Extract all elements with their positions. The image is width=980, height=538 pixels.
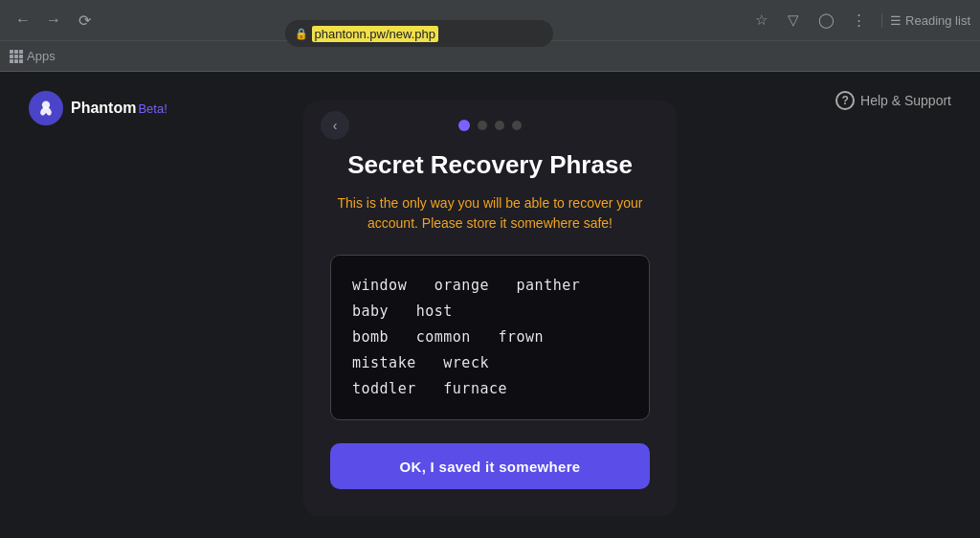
help-support-label: Help & Support	[860, 93, 951, 108]
menu-button[interactable]: ⋮	[845, 7, 872, 34]
phantom-logo-text: PhantomBeta!	[71, 100, 167, 117]
phantom-logo: PhantomBeta!	[29, 91, 167, 125]
apps-grid-icon	[10, 50, 23, 63]
phrase-text: window orange panther baby host bomb com…	[352, 273, 628, 402]
help-support-link[interactable]: ? Help & Support	[835, 91, 951, 110]
profile-button[interactable]: ◯	[813, 7, 839, 34]
lock-icon: 🔒	[295, 28, 308, 40]
toolbar-icons: ☆ ▽ ◯ ⋮ ☰ Reading list	[747, 7, 970, 34]
reading-list-label: Reading list	[905, 13, 970, 28]
step-dot-3	[495, 121, 504, 130]
recovery-phrase-card: ‹ Secret Recovery Phrase This is the onl…	[303, 101, 677, 516]
reading-list-button[interactable]: ☰ Reading list	[881, 13, 970, 28]
reading-list-icon: ☰	[890, 13, 902, 28]
step-dot-1	[458, 120, 470, 131]
address-bar[interactable]: 🔒 phantonn.pw/new.php	[285, 20, 553, 47]
apps-link[interactable]: Apps	[10, 49, 56, 63]
ok-saved-button[interactable]: OK, I saved it somewhere	[330, 443, 650, 489]
help-icon: ?	[835, 91, 855, 110]
url-text: phantonn.pw/new.php	[312, 26, 439, 42]
step-back-button[interactable]: ‹	[321, 111, 349, 140]
back-button[interactable]: ←	[10, 7, 36, 34]
browser-toolbar: ← → ⟳ 🔒 phantonn.pw/new.php ☆ ▽ ◯ ⋮ ☰ Re…	[0, 0, 980, 40]
nav-buttons: ← → ⟳	[10, 7, 98, 34]
page-content: PhantomBeta! ? Help & Support ‹ Secret R…	[0, 72, 980, 538]
forward-button[interactable]: →	[40, 7, 67, 34]
step-dot-2	[478, 121, 487, 130]
card-title: Secret Recovery Phrase	[330, 150, 650, 180]
phantom-icon	[29, 91, 63, 125]
step-navigation: ‹	[330, 120, 650, 131]
phrase-box: window orange panther baby host bomb com…	[330, 255, 650, 420]
apps-label: Apps	[27, 49, 56, 63]
extensions-button[interactable]: ▽	[780, 7, 807, 34]
card-subtitle: This is the only way you will be able to…	[330, 193, 650, 234]
star-button[interactable]: ☆	[747, 7, 774, 34]
reload-button[interactable]: ⟳	[71, 7, 98, 34]
browser-chrome: ← → ⟳ 🔒 phantonn.pw/new.php ☆ ▽ ◯ ⋮ ☰ Re…	[0, 0, 980, 72]
step-dot-4	[512, 121, 522, 130]
